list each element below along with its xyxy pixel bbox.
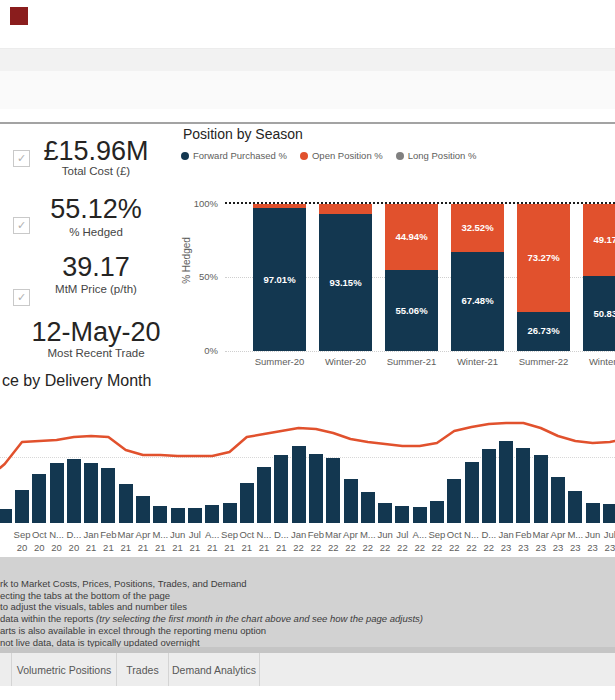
bar-value-label: 50.83% xyxy=(583,308,615,319)
tab-demand-analytics[interactable]: Demand Analytics xyxy=(168,653,260,686)
month-bar-Jun23[interactable] xyxy=(586,503,600,523)
month-x-label: Jul xyxy=(599,529,615,540)
toolbar-band xyxy=(0,48,615,72)
season-y-axis-title: % Hedged xyxy=(181,211,192,311)
bar-value-label: 97.01% xyxy=(253,274,306,285)
month-bar-Jul22[interactable] xyxy=(395,506,409,523)
month-bar-N...22[interactable] xyxy=(465,462,479,523)
bar-value-label: 49.17% xyxy=(583,234,615,245)
month-bar-Jan21[interactable] xyxy=(84,463,98,523)
tab-stub-cut xyxy=(0,653,11,686)
month-bar-N...20[interactable] xyxy=(50,463,64,523)
month-bar-Apr22[interactable] xyxy=(344,479,358,523)
report-tab-bar: Volumetric Positions Trades Demand Analy… xyxy=(0,653,615,686)
legend-item-open-position[interactable]: Open Position % xyxy=(300,150,383,161)
month-bar-Oct22[interactable] xyxy=(447,479,461,523)
month-bar-D...22[interactable] xyxy=(482,449,496,523)
y-tick-100: 100% xyxy=(188,198,218,209)
legend-label: Open Position % xyxy=(312,150,383,161)
month-bar-M...21[interactable] xyxy=(153,506,167,523)
month-bar-Sep22[interactable] xyxy=(430,501,444,523)
season-x-label: Winter-22 xyxy=(577,356,615,367)
season-x-label: Winter-20 xyxy=(313,356,379,367)
tab-volumetric-positions[interactable]: Volumetric Positions xyxy=(11,653,116,686)
report-top-border xyxy=(0,122,615,124)
month-chart-title: ce by Delivery Month xyxy=(2,372,151,390)
legend-label: Forward Purchased % xyxy=(193,150,287,161)
kpi-total-cost-value: £15.96M xyxy=(16,136,176,167)
tab-trades[interactable]: Trades xyxy=(116,653,168,686)
y-tick-0: 0% xyxy=(188,345,218,356)
month-bar-Jun21[interactable] xyxy=(171,508,185,523)
month-bar-Jan23[interactable] xyxy=(499,441,513,523)
month-bar-M...22[interactable] xyxy=(361,492,375,523)
bar-value-label: 44.94% xyxy=(385,231,438,242)
month-bar-Mar21[interactable] xyxy=(119,484,133,523)
month-bar-Jul23[interactable] xyxy=(603,504,615,523)
month-bar-N...21[interactable] xyxy=(257,467,271,523)
month-bar-Jul21[interactable] xyxy=(188,508,202,523)
gridline-0 xyxy=(225,351,615,352)
month-bar-Oct21[interactable] xyxy=(240,483,254,523)
kpi-total-cost-label: Total Cost (£) xyxy=(16,165,176,177)
season-chart-legend: Forward Purchased % Open Position % Long… xyxy=(181,150,476,161)
month-bar-A...21[interactable] xyxy=(205,505,219,523)
app-logo-square xyxy=(10,7,28,25)
kpi-mtm-price-label: MtM Price (p/th) xyxy=(16,283,176,295)
legend-item-forward-purchased[interactable]: Forward Purchased % xyxy=(181,150,287,161)
month-bar-Feb21[interactable] xyxy=(101,468,115,523)
kpi-hedged-label: % Hedged xyxy=(16,226,176,238)
season-x-label: Summer-22 xyxy=(511,356,577,367)
season-x-label: Winter-21 xyxy=(445,356,511,367)
y-tick-50: 50% xyxy=(188,271,218,282)
reference-line-100pct xyxy=(225,202,615,204)
legend-dot-icon xyxy=(300,152,308,160)
kpi-hedged-value: 55.12% xyxy=(16,194,176,225)
month-bar-Sep21[interactable] xyxy=(223,503,237,523)
month-bar-Apr23[interactable] xyxy=(551,477,565,523)
bar-value-label: 93.15% xyxy=(319,277,372,288)
month-bar-D...21[interactable] xyxy=(274,455,288,523)
info-line: not live data, data is typically updated… xyxy=(0,637,615,648)
month-bar-Jan22[interactable] xyxy=(292,446,306,523)
legend-dot-icon xyxy=(181,152,189,160)
season-x-label: Summer-20 xyxy=(247,356,313,367)
info-line: rk to Market Costs, Prices, Positions, T… xyxy=(0,578,615,589)
info-line: arts is also available in excel through … xyxy=(0,625,615,636)
month-bar-M...23[interactable] xyxy=(568,491,582,523)
month-bar-Apr21[interactable] xyxy=(136,496,150,523)
kpi-mtm-price-value: 39.17 xyxy=(16,252,176,283)
kpi-recent-trade-value: 12-May-20 xyxy=(16,317,176,348)
month-bar-A...22[interactable] xyxy=(413,507,427,523)
season-x-label: Summer-21 xyxy=(379,356,445,367)
dashboard-page: ✓✓✓ £15.96M Total Cost (£) 55.12% % Hedg… xyxy=(0,0,615,700)
toolbar-band-lower xyxy=(0,71,615,109)
info-line: ecting the tabs at the bottom of the pag… xyxy=(0,590,615,601)
bar-value-label: 32.52% xyxy=(451,222,504,233)
bar-value-label: 26.73% xyxy=(517,325,570,336)
month-bar-partial[interactable] xyxy=(0,509,12,523)
bar-open-position-Winter-20[interactable] xyxy=(319,204,372,214)
legend-dot-icon xyxy=(396,152,404,160)
bar-value-label: 67.48% xyxy=(451,295,504,306)
season-chart-title: Position by Season xyxy=(183,126,303,142)
month-bar-Mar23[interactable] xyxy=(534,455,548,523)
bar-value-label: 55.06% xyxy=(385,305,438,316)
month-bar-Oct20[interactable] xyxy=(32,474,46,523)
month-bar-D...20[interactable] xyxy=(67,459,81,523)
legend-item-long-position[interactable]: Long Position % xyxy=(396,150,477,161)
info-line: data within the reports (try selecting t… xyxy=(0,613,615,624)
bar-value-label: 73.27% xyxy=(517,252,570,263)
month-bar-Mar22[interactable] xyxy=(326,458,340,523)
month-bar-Sep20[interactable] xyxy=(15,490,29,523)
kpi-recent-trade-label: Most Recent Trade xyxy=(16,347,176,359)
month-x-year-label: 23 xyxy=(599,542,615,553)
legend-label: Long Position % xyxy=(408,150,477,161)
month-bar-Jun22[interactable] xyxy=(378,503,392,523)
month-bar-Feb23[interactable] xyxy=(516,448,530,523)
month-bar-Feb22[interactable] xyxy=(309,454,323,523)
info-line: to adjust the visuals, tables and number… xyxy=(0,601,615,612)
